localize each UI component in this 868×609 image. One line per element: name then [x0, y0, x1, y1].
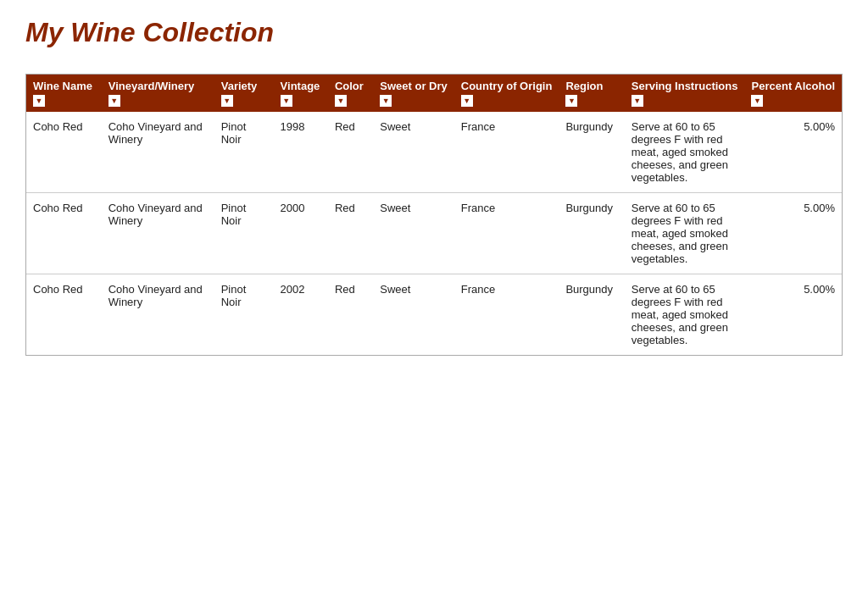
col-header-serving: Serving Instructions ▼ — [625, 75, 745, 112]
table-cell: Pinot Noir — [214, 193, 274, 274]
table-cell: Burgundy — [559, 112, 624, 193]
table-cell: Serve at 60 to 65 degrees F with red mea… — [625, 274, 745, 356]
dropdown-vintage[interactable]: ▼ — [281, 95, 292, 107]
table-cell: Serve at 60 to 65 degrees F with red mea… — [625, 112, 745, 193]
table-cell: France — [454, 193, 559, 274]
dropdown-serving[interactable]: ▼ — [632, 95, 643, 107]
table-cell: Burgundy — [559, 274, 624, 356]
table-cell: Sweet — [373, 274, 453, 356]
col-header-vineyard: Vineyard/Winery ▼ — [102, 75, 214, 112]
table-body: Coho RedCoho Vineyard and WineryPinot No… — [26, 112, 842, 355]
col-header-region: Region ▼ — [559, 75, 624, 112]
wine-table: Wine Name ▼ Vineyard/Winery ▼ Variety ▼ — [26, 75, 842, 355]
col-header-country: Country of Origin ▼ — [454, 75, 559, 112]
table-cell: Pinot Noir — [214, 274, 274, 356]
table-cell: Red — [328, 193, 373, 274]
table-row: Coho RedCoho Vineyard and WineryPinot No… — [26, 112, 842, 193]
col-header-sweet-dry: Sweet or Dry ▼ — [373, 75, 453, 112]
dropdown-country[interactable]: ▼ — [461, 95, 473, 107]
table-cell: 5.00% — [744, 112, 842, 193]
wine-table-wrapper: Wine Name ▼ Vineyard/Winery ▼ Variety ▼ — [25, 74, 843, 356]
table-cell: 2000 — [274, 193, 328, 274]
col-header-percent: Percent Alcohol ▼ — [744, 75, 842, 112]
table-cell: France — [454, 274, 559, 356]
table-cell: Pinot Noir — [214, 112, 274, 193]
dropdown-variety[interactable]: ▼ — [221, 95, 233, 107]
col-header-color: Color ▼ — [328, 75, 373, 112]
table-cell: 1998 — [274, 112, 328, 193]
table-cell: 2002 — [274, 274, 328, 356]
table-cell: Coho Vineyard and Winery — [102, 274, 214, 356]
dropdown-region[interactable]: ▼ — [565, 95, 577, 107]
page-title: My Wine Collection — [25, 17, 843, 48]
table-cell: France — [454, 112, 559, 193]
table-cell: Red — [328, 112, 373, 193]
table-cell: Coho Vineyard and Winery — [102, 193, 214, 274]
col-header-wine-name: Wine Name ▼ — [26, 75, 102, 112]
table-cell: Coho Red — [26, 112, 102, 193]
table-cell: Burgundy — [559, 193, 624, 274]
table-cell: Sweet — [373, 193, 453, 274]
table-cell: Coho Red — [26, 274, 102, 356]
table-cell: Red — [328, 274, 373, 356]
table-cell: Coho Red — [26, 193, 102, 274]
dropdown-wine-name[interactable]: ▼ — [33, 95, 45, 107]
table-header-row: Wine Name ▼ Vineyard/Winery ▼ Variety ▼ — [26, 75, 842, 112]
dropdown-color[interactable]: ▼ — [335, 95, 347, 107]
table-cell: Serve at 60 to 65 degrees F with red mea… — [625, 193, 745, 274]
table-cell: Coho Vineyard and Winery — [102, 112, 214, 193]
table-cell: 5.00% — [744, 193, 842, 274]
table-cell: 5.00% — [744, 274, 842, 356]
dropdown-sweet-dry[interactable]: ▼ — [380, 95, 392, 107]
col-header-vintage: Vintage ▼ — [274, 75, 328, 112]
table-row: Coho RedCoho Vineyard and WineryPinot No… — [26, 193, 842, 274]
dropdown-percent[interactable]: ▼ — [751, 95, 763, 107]
col-header-variety: Variety ▼ — [214, 75, 274, 112]
dropdown-vineyard[interactable]: ▼ — [108, 95, 120, 107]
table-cell: Sweet — [373, 112, 453, 193]
table-row: Coho RedCoho Vineyard and WineryPinot No… — [26, 274, 842, 356]
